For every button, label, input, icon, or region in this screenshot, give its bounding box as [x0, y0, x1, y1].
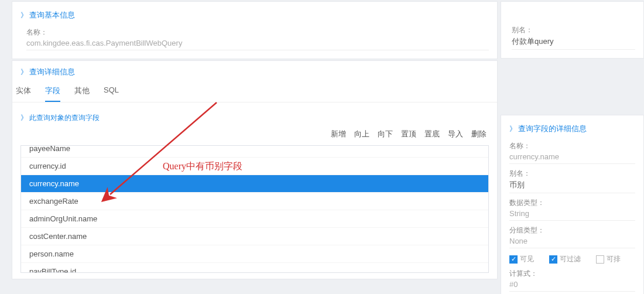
bottom-button[interactable]: 置底 — [424, 129, 440, 139]
visible-checkbox[interactable]: ✓ 可见 — [509, 254, 534, 264]
list-item[interactable]: currency.id — [21, 158, 488, 175]
fd-calc-label: 计算式： — [509, 269, 635, 279]
up-button[interactable]: 向上 — [354, 129, 369, 139]
fd-calc-value[interactable]: #0 — [509, 280, 635, 292]
list-item[interactable]: costCenter.name — [21, 228, 488, 245]
name-value[interactable]: com.kingdee.eas.fi.cas.PaymentBillWebQue… — [26, 39, 489, 50]
chevron-right-icon: 》 — [20, 113, 26, 123]
chevron-right-icon: 》 — [509, 124, 515, 134]
checkmark-icon: ✓ — [509, 255, 518, 264]
name-label: 名称： — [26, 28, 489, 37]
field-toolbar: 新增 向上 向下 置顶 置底 导入 删除 — [20, 125, 489, 145]
filter-checkbox[interactable]: ✓ 可过滤 — [549, 254, 581, 264]
filter-label: 可过滤 — [560, 254, 581, 264]
chevron-right-icon: 》 — [20, 67, 26, 77]
add-button[interactable]: 新增 — [331, 129, 346, 139]
tab-entity[interactable]: 实体 — [16, 86, 31, 102]
sort-label: 可排 — [607, 254, 621, 264]
detail-info-title: 查询详细信息 — [29, 67, 75, 77]
tab-field[interactable]: 字段 — [45, 86, 60, 102]
checkbox-icon — [596, 255, 604, 264]
checkmark-icon: ✓ — [549, 255, 557, 264]
list-item[interactable]: exchangeRate — [21, 193, 488, 210]
list-item[interactable]: currency.name — [21, 175, 488, 193]
top-button[interactable]: 置顶 — [401, 129, 416, 139]
list-item[interactable]: payeeName — [21, 145, 488, 158]
query-fields-header[interactable]: 》 此查询对象的查询字段 — [20, 111, 489, 125]
down-button[interactable]: 向下 — [378, 129, 393, 139]
delete-button[interactable]: 删除 — [471, 129, 487, 139]
list-item[interactable]: person.name — [21, 245, 488, 263]
detail-info-header[interactable]: 》 查询详细信息 — [12, 61, 497, 80]
fd-dtype-label: 数据类型： — [509, 198, 635, 208]
sort-checkbox[interactable]: 可排 — [596, 254, 621, 264]
fd-dtype-value[interactable]: String — [509, 209, 635, 221]
fd-alias-value[interactable]: 币别 — [509, 180, 635, 193]
field-detail-title: 查询字段的详细信息 — [518, 124, 587, 134]
field-detail-header[interactable]: 》 查询字段的详细信息 — [509, 121, 635, 136]
basic-info-title: 查询基本信息 — [29, 10, 75, 20]
fd-name-value[interactable]: currency.name — [509, 152, 635, 164]
fd-alias-label: 别名： — [509, 169, 635, 179]
basic-info-header[interactable]: 》 查询基本信息 — [20, 8, 489, 23]
fd-name-label: 名称： — [509, 141, 635, 151]
query-fields-title: 此查询对象的查询字段 — [29, 113, 100, 123]
alias-label: 别名： — [512, 25, 635, 35]
import-button[interactable]: 导入 — [448, 129, 463, 139]
visible-label: 可见 — [520, 254, 534, 264]
fd-gtype-label: 分组类型： — [509, 225, 635, 235]
list-item[interactable]: adminOrgUnit.name — [21, 210, 488, 228]
tab-sql[interactable]: SQL — [104, 86, 119, 102]
alias-value[interactable]: 付款单query — [512, 36, 635, 50]
list-item[interactable]: payBillType.id — [21, 263, 488, 273]
fd-gtype-value[interactable]: None — [509, 237, 635, 248]
tab-other[interactable]: 其他 — [74, 86, 90, 102]
chevron-right-icon: 》 — [20, 11, 26, 20]
field-list[interactable]: payeeNamecurrency.idcurrency.nameexchang… — [20, 145, 489, 273]
